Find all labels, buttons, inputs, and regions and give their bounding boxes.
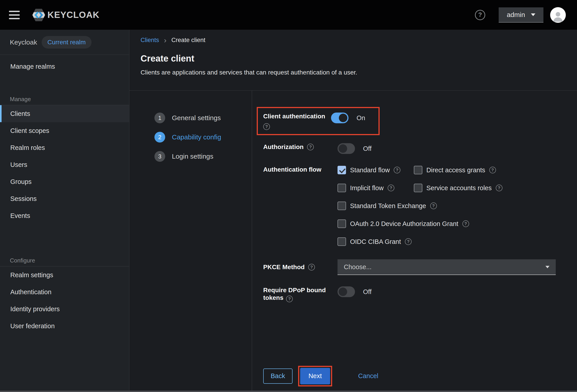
chevron-down-icon bbox=[545, 266, 549, 268]
next-button[interactable]: Next bbox=[300, 368, 330, 384]
step-label: Login settings bbox=[172, 153, 213, 160]
help-icon[interactable]: ? bbox=[430, 203, 437, 209]
back-button[interactable]: Back bbox=[263, 368, 292, 384]
highlight-box-next: Next bbox=[298, 366, 332, 386]
option-service-accounts-roles: Service accounts roles ? bbox=[414, 184, 503, 192]
wizard-step-capability-config[interactable]: 2 Capability config bbox=[154, 132, 221, 143]
user-avatar-icon bbox=[551, 10, 565, 23]
sidebar-item-users[interactable]: Users bbox=[0, 156, 129, 173]
option-oidc-ciba-grant: OIDC CIBA Grant ? bbox=[337, 237, 412, 246]
masthead-right: ? admin bbox=[475, 7, 566, 23]
user-name: admin bbox=[507, 11, 525, 19]
create-client-wizard: 1 General settings 2 Capability config 3… bbox=[129, 91, 577, 392]
authentication-flow-row: Authentication flow Standard flow ? Dire… bbox=[263, 166, 577, 246]
step-label: Capability config bbox=[172, 133, 221, 141]
current-realm-badge[interactable]: Current realm bbox=[42, 36, 92, 49]
sidebar-item-authentication[interactable]: Authentication bbox=[0, 284, 129, 300]
sidebar-item-clients[interactable]: Clients bbox=[0, 105, 129, 122]
oauth-device-grant-checkbox[interactable] bbox=[337, 219, 346, 228]
oidc-ciba-grant-checkbox[interactable] bbox=[337, 237, 346, 246]
help-icon[interactable]: ? bbox=[308, 264, 315, 271]
authentication-flow-label: Authentication flow bbox=[263, 166, 337, 173]
help-icon[interactable]: ? bbox=[489, 167, 496, 173]
wizard-nav: 1 General settings 2 Capability config 3… bbox=[129, 91, 252, 392]
realm-label: Keycloak bbox=[10, 38, 37, 46]
client-authentication-state: On bbox=[357, 114, 365, 122]
pkce-method-select[interactable]: Choose... bbox=[337, 259, 556, 275]
avatar[interactable] bbox=[550, 7, 566, 23]
chevron-right-icon: › bbox=[164, 37, 167, 43]
dpop-toggle[interactable] bbox=[337, 286, 355, 297]
service-accounts-roles-checkbox[interactable] bbox=[414, 184, 422, 192]
sidebar-section-manage: Manage bbox=[0, 95, 129, 103]
sidebar-item-client-scopes[interactable]: Client scopes bbox=[0, 122, 129, 139]
dpop-state: Off bbox=[363, 288, 371, 296]
breadcrumb: Clients › Create client bbox=[141, 37, 568, 44]
help-icon[interactable]: ? bbox=[286, 296, 293, 302]
sidebar-item-realm-roles[interactable]: Realm roles bbox=[0, 139, 129, 156]
sidebar-item-user-federation[interactable]: User federation bbox=[0, 318, 129, 334]
help-icon[interactable]: ? bbox=[475, 10, 485, 20]
option-standard-flow: Standard flow ? bbox=[337, 166, 414, 174]
toggle-knob bbox=[339, 144, 347, 153]
standard-flow-checkbox[interactable] bbox=[337, 166, 346, 174]
direct-access-grants-checkbox[interactable] bbox=[414, 166, 422, 174]
user-dropdown[interactable]: admin bbox=[499, 7, 543, 23]
authorization-toggle[interactable] bbox=[337, 143, 355, 154]
sidebar-item-realm-settings[interactable]: Realm settings bbox=[0, 266, 129, 284]
client-authentication-row: Client authentication ? On bbox=[263, 112, 374, 130]
hamburger-menu-icon[interactable] bbox=[9, 11, 20, 19]
sidebar-item-groups[interactable]: Groups bbox=[0, 173, 129, 190]
sidebar-item-sessions[interactable]: Sessions bbox=[0, 190, 129, 207]
wizard-step-login-settings[interactable]: 3 Login settings bbox=[154, 151, 213, 162]
bottom-scroll-strip bbox=[0, 391, 577, 392]
page-title: Create client bbox=[141, 53, 568, 64]
authorization-row: Authorization ? Off bbox=[263, 143, 577, 154]
realm-selector: Keycloak Current realm bbox=[0, 30, 129, 55]
sidebar-item-manage-realms[interactable]: Manage realms bbox=[0, 60, 129, 73]
chevron-down-icon bbox=[531, 13, 535, 16]
authorization-state: Off bbox=[363, 145, 371, 152]
checkbox-label: Standard flow bbox=[350, 167, 390, 174]
checkbox-label: Service accounts roles bbox=[426, 184, 492, 192]
wizard-footer: Back Next Cancel bbox=[263, 366, 577, 386]
help-icon[interactable]: ? bbox=[405, 238, 412, 245]
checkbox-label: Standard Token Exchange bbox=[350, 202, 426, 210]
step-number: 1 bbox=[154, 112, 165, 123]
option-direct-access-grants: Direct access grants ? bbox=[414, 166, 496, 174]
help-icon[interactable]: ? bbox=[263, 123, 270, 130]
brand-text: KEYCLOAK bbox=[47, 10, 99, 20]
option-oauth-device-grant: OAuth 2.0 Device Authorization Grant ? bbox=[337, 219, 469, 228]
standard-token-exchange-checkbox[interactable] bbox=[337, 202, 346, 210]
help-icon[interactable]: ? bbox=[388, 185, 394, 191]
cancel-button[interactable]: Cancel bbox=[358, 372, 378, 380]
wizard-step-general-settings[interactable]: 1 General settings bbox=[154, 112, 221, 123]
option-implicit-flow: Implicit flow ? bbox=[337, 184, 414, 192]
pkce-method-row: PKCE Method ? Choose... bbox=[263, 259, 577, 275]
checkbox-label: OAuth 2.0 Device Authorization Grant bbox=[350, 220, 458, 228]
sidebar: Keycloak Current realm Manage realms Man… bbox=[0, 30, 129, 392]
dpop-row: Require DPoP bound tokens? Off bbox=[263, 286, 577, 302]
client-authentication-toggle[interactable] bbox=[331, 112, 349, 123]
main-content: Clients › Create client Create client Cl… bbox=[129, 30, 577, 392]
keycloak-logo-icon bbox=[31, 8, 46, 22]
help-icon[interactable]: ? bbox=[307, 144, 314, 150]
help-icon[interactable]: ? bbox=[496, 185, 503, 191]
authorization-label: Authorization bbox=[263, 143, 303, 151]
checkbox-label: OIDC CIBA Grant bbox=[350, 238, 401, 246]
step-number: 2 bbox=[154, 132, 165, 143]
sidebar-section-configure: Configure bbox=[0, 256, 129, 264]
toggle-knob bbox=[339, 287, 347, 296]
masthead: KEYCLOAK ? admin bbox=[0, 0, 577, 30]
help-icon[interactable]: ? bbox=[394, 167, 400, 173]
pkce-method-label: PKCE Method bbox=[263, 263, 305, 271]
step-label: General settings bbox=[172, 114, 221, 122]
breadcrumb-clients-link[interactable]: Clients bbox=[141, 37, 159, 44]
option-standard-token-exchange: Standard Token Exchange ? bbox=[337, 202, 437, 210]
help-icon[interactable]: ? bbox=[462, 220, 469, 227]
authentication-flow-options: Standard flow ? Direct access grants ? I bbox=[337, 166, 577, 246]
sidebar-item-events[interactable]: Events bbox=[0, 207, 129, 224]
implicit-flow-checkbox[interactable] bbox=[337, 184, 346, 192]
checkbox-label: Implicit flow bbox=[350, 184, 384, 192]
sidebar-item-identity-providers[interactable]: Identity providers bbox=[0, 300, 129, 318]
